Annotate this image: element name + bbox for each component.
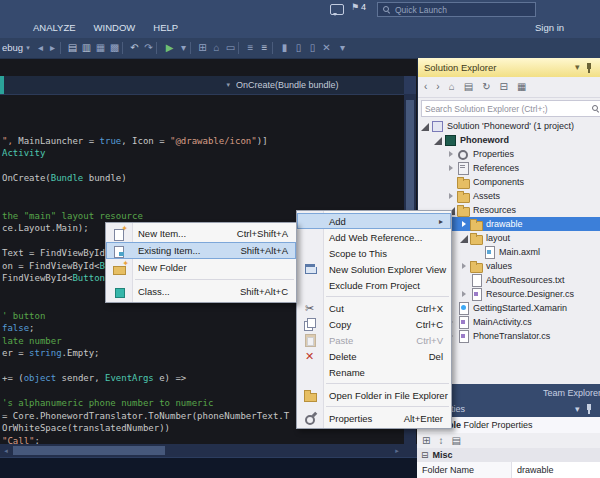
expanded-arrow-icon[interactable] [433,135,443,145]
uncomment-lines-icon[interactable]: ≡ [258,38,271,58]
submenu-existing-item[interactable]: Existing Item...Shift+Alt+A [106,242,296,259]
menu-window[interactable]: WINDOW [85,17,145,38]
toolbar-separator [60,42,61,54]
editor-navigation-bar: ▾ OnCreate(Bundle bundle) ▾ [0,76,404,95]
solution-explorer-toolbar: ‹›⌂▤↻⊟▦ [418,77,600,98]
horizontal-scrollbar-thumb[interactable] [13,446,165,455]
clear-bookmarks-icon[interactable]: ✕ [320,38,333,58]
collapsed-arrow-icon[interactable] [459,289,469,299]
toolbar-separator [156,42,157,54]
context-menu: Add▸Add Web Reference...Scope to ThisNew… [296,210,452,429]
feedback-icon[interactable] [330,4,344,15]
menu-new-solution-explorer-view[interactable]: New Solution Explorer View [297,261,451,277]
scroll-right-icon[interactable]: ▸ [391,444,403,457]
title-bar: ⚑ 4 Quick Launch ANALYZEWINDOWHELP Sign … [0,0,600,38]
members-dropdown[interactable]: OnCreate(Bundle bundle) ▾ [230,76,414,94]
back-icon[interactable]: ‹ [424,82,427,92]
menu-rename[interactable]: Rename [297,364,451,380]
debug-configuration-dropdown[interactable]: ebug ▾ [2,38,30,58]
new-file-icon[interactable]: ▤ [66,38,79,58]
scrollbar-split-box[interactable] [404,76,416,94]
submenu-class[interactable]: Class...Shift+Alt+C [106,283,296,300]
menu-delete[interactable]: DeleteDel [297,348,451,364]
scroll-left-icon[interactable]: ◂ [0,444,12,457]
tree-item-solution-phoneword-1-project[interactable]: Solution 'Phoneword' (1 project) [418,119,600,133]
forward-icon[interactable]: › [436,82,439,92]
menu-cut[interactable]: CutCtrl+X [297,300,451,316]
property-pages-icon[interactable]: ▤ [451,436,460,446]
expanded-arrow-icon[interactable] [420,121,430,131]
home-icon[interactable]: ⌂ [449,82,455,92]
refresh-icon[interactable]: ↻ [482,82,490,92]
notifications-flag-icon[interactable]: ⚑ 4 [351,2,366,12]
quick-launch-input[interactable]: Quick Launch [377,2,536,17]
menu-scope-to-this[interactable]: Scope to This [297,245,451,261]
save-icon[interactable]: ▦ [94,38,107,58]
sign-in-link[interactable]: Sign in [535,17,564,38]
undo-icon[interactable]: ↶ [128,38,141,58]
redo-icon[interactable]: ↷ [142,38,155,58]
menu-exclude-from-project[interactable]: Exclude From Project [297,277,451,293]
expanded-arrow-icon[interactable] [459,233,469,243]
collapsed-arrow-icon[interactable] [459,219,469,229]
chevron-down-icon: ▾ [26,38,30,58]
tree-item-references[interactable]: References [418,161,600,175]
comment-lines-icon[interactable]: ≡ [244,38,257,58]
toolbar-overflow-icon[interactable]: ▾ [336,38,349,58]
debug-target-chevron-icon[interactable]: ▾ [177,38,190,58]
collapsed-arrow-icon[interactable] [446,149,456,159]
tree-item-components[interactable]: Components [418,175,600,189]
solution-search-placeholder: Search Solution Explorer (Ctrl+;) [425,104,548,114]
open-file-icon[interactable]: ▥ [80,38,93,58]
window-position-icon[interactable]: ▾ [575,63,580,72]
solution-search-input[interactable]: Search Solution Explorer (Ctrl+;) [421,100,600,117]
menu-help[interactable]: HELP [144,17,187,38]
find-in-files-icon[interactable]: ▭ [224,38,237,58]
solution-explorer-titlebar[interactable]: Solution Explorer ▾✕ [417,58,600,77]
menu-analyze[interactable]: ANALYZE [24,17,85,38]
cut-icon [303,301,318,315]
types-dropdown[interactable]: ▾ [6,76,236,94]
members-dropdown-label: OnCreate(Bundle bundle) [236,80,339,90]
menu-add-web-reference[interactable]: Add Web Reference... [297,229,451,245]
show-all-files-icon[interactable]: ▤ [464,82,473,92]
notification-count: 4 [361,2,366,12]
tree-item-properties[interactable]: Properties [418,147,600,161]
collapsed-arrow-icon[interactable] [446,163,456,173]
menu-separator [326,296,449,297]
pin-icon[interactable] [585,63,593,73]
tab-team-explorer[interactable]: Team Explorer [543,388,600,398]
menu-copy[interactable]: CopyCtrl+C [297,316,451,332]
properties-category-misc[interactable]: ⊟ Misc [417,448,600,462]
menu-paste[interactable]: PasteCtrl+V [297,332,451,348]
previous-bookmark-icon[interactable]: ▯ [292,38,305,58]
menu-add[interactable]: Add▸ [297,213,451,229]
property-row: Folder Name drawable [417,462,600,478]
navigate-forward-icon[interactable]: ▸ [46,38,59,58]
save-all-icon[interactable]: ▩ [108,38,121,58]
menu-open-folder-in-file-explorer[interactable]: Open Folder in File Explorer [297,387,451,403]
property-value-field[interactable]: drawable [512,462,600,478]
menu-properties[interactable]: PropertiesAlt+Enter [297,410,451,426]
collapsed-arrow-icon[interactable] [459,261,469,271]
collapse-all-icon[interactable]: ⊟ [500,82,508,92]
home-icon[interactable]: ⌂ [210,38,223,58]
start-debug-icon[interactable]: ▶ [163,38,176,58]
copy-icon [303,317,318,331]
toggle-bookmark-icon[interactable]: ▮ [278,38,291,58]
tree-item-assets[interactable]: Assets [418,189,600,203]
pin-icon[interactable] [585,404,593,414]
folder-icon [469,218,484,230]
window-position-icon[interactable]: ▾ [575,405,580,414]
submenu-new-item[interactable]: New Item...Ctrl+Shift+A [106,225,296,242]
collapse-category-icon[interactable]: ⊟ [421,450,429,460]
alphabetical-icon[interactable]: ↕ [438,436,443,446]
submenu-new-folder[interactable]: New Folder [106,259,296,276]
solution-configurations-icon[interactable]: ⊞ [196,38,209,58]
next-bookmark-icon[interactable]: ▯ [306,38,319,58]
collapsed-arrow-icon[interactable] [446,191,456,201]
tree-item-phoneword[interactable]: Phoneword [418,133,600,147]
properties-icon[interactable]: ▦ [517,82,526,92]
categorized-icon[interactable]: ⊞ [422,436,430,446]
properties-toolbar-icons: ⊞↕▤ [422,436,461,446]
